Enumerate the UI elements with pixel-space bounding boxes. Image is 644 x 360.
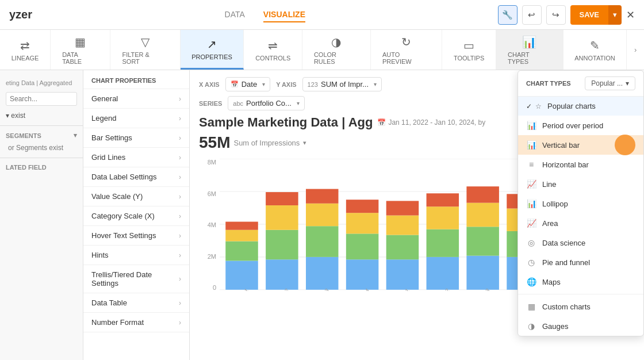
toolbar-chart-types[interactable]: 📊 CHART TYPES (496, 30, 564, 70)
auto-preview-icon: ↻ (401, 35, 411, 49)
y-axis-value: SUM of Impr... (321, 80, 369, 89)
data-table-icon: ▦ (75, 35, 86, 49)
metric-label[interactable]: Sum of Impressions (233, 139, 300, 147)
dropdown-item-vertical-bar[interactable]: 📊 Vertical bar (518, 135, 643, 155)
dropdown-item-gauges[interactable]: ◑ Gauges (518, 316, 643, 336)
dropdown-item-lollipop[interactable]: 📊 Lollipop (518, 194, 643, 213)
filter-sort-icon: ▽ (141, 35, 150, 49)
data-science-icon: ◎ (526, 238, 536, 247)
panel-item-hover-text[interactable]: Hover Text Settings › (83, 226, 189, 246)
svg-rect-13 (306, 257, 339, 290)
dropdown-item-popular-charts[interactable]: ✓ ☆ Popular charts (518, 97, 643, 116)
arrow-icon: › (179, 95, 181, 103)
top-actions: 🔧 ↩ ↪ SAVE ▾ ✕ (498, 5, 635, 25)
svg-rect-27 (427, 206, 459, 229)
dropdown-item-pie-funnel[interactable]: ◷ Pie and funnel (518, 252, 643, 272)
panel-item-trellis[interactable]: Trellis/Tiered Date Settings › (83, 265, 189, 293)
save-dropdown-button[interactable]: ▾ (608, 5, 622, 25)
dropdown-title: CHART TYPES (526, 80, 571, 87)
properties-panel: CHART PROPERTIES General › Legend › Bar … (83, 70, 190, 360)
panel-item-category-scale[interactable]: Category Scale (X) › (83, 206, 189, 226)
redo-button[interactable]: ↪ (546, 5, 566, 25)
toolbar-auto-preview[interactable]: ↻ AUTO PREVIEW (371, 30, 442, 70)
calculated-field-section: LATED FIELD (0, 162, 83, 173)
gauges-icon: ◑ (526, 321, 536, 331)
toolbar-auto-preview-label: AUTO PREVIEW (382, 51, 430, 65)
x-axis-select[interactable]: 📅 Date ▾ (225, 77, 270, 91)
dropdown-item-line[interactable]: 📈 Line (518, 174, 643, 194)
svg-rect-10 (266, 230, 298, 259)
toolbar-chart-types-label: CHART TYPES (508, 51, 551, 65)
undo-button[interactable]: ↩ (522, 5, 542, 25)
text-icon: abc (233, 100, 243, 107)
toolbar-annotation[interactable]: ✎ ANNOTATION (564, 30, 627, 70)
panel-item-data-table[interactable]: Data Table › (83, 293, 189, 313)
svg-rect-11 (266, 205, 298, 230)
toolbar-more-button[interactable]: › (627, 30, 644, 70)
toolbar-tooltips-label: TOOLTIPS (454, 55, 484, 62)
toolbar-filter-sort[interactable]: ▽ FILTER & SORT (110, 30, 180, 70)
panel-item-value-scale[interactable]: Value Scale (Y) › (83, 187, 189, 206)
highlight-indicator (615, 135, 635, 155)
app-title: yzer (9, 8, 32, 21)
svg-rect-5 (225, 261, 258, 289)
dropdown-item-area[interactable]: 📈 Area (518, 213, 643, 233)
arrow-icon: › (179, 114, 181, 122)
panel-item-hints[interactable]: Hints › (83, 246, 189, 265)
dropdown-item-custom-charts[interactable]: ▦ Custom charts (518, 297, 643, 316)
line-icon: 📈 (526, 179, 536, 189)
panel-item-bar-settings[interactable]: Bar Settings › (83, 128, 189, 148)
svg-rect-29 (466, 256, 499, 290)
toolbar-properties[interactable]: ↗ PROPERTIES (181, 30, 244, 70)
check-icon: ✓ (526, 102, 532, 110)
toolbar-annotation-label: ANNOTATION (574, 55, 615, 62)
svg-rect-22 (386, 235, 419, 260)
dropdown-item-data-science[interactable]: ◎ Data science (518, 233, 643, 252)
panel-item-general[interactable]: General › (83, 89, 189, 109)
toolbar-data-table[interactable]: ▦ DATA TABLE (51, 30, 110, 70)
toolbar-filter-sort-label: FILTER & SORT (122, 51, 168, 65)
y-axis-select[interactable]: 123 SUM of Impr... ▾ (302, 77, 382, 91)
toolbar-lineage[interactable]: ⇄ LINEAGE (0, 30, 51, 70)
dropdown-item-period-over-period[interactable]: 📊 Period over period (518, 116, 643, 135)
panel-item-legend[interactable]: Legend › (83, 109, 189, 128)
segments-note: or Segments exist (0, 141, 83, 154)
tooltips-icon: ▭ (463, 39, 474, 52)
series-label: SERIES (199, 100, 222, 107)
tab-visualize[interactable]: VISUALIZE (263, 7, 305, 22)
tool-icon-button[interactable]: 🔧 (498, 5, 518, 25)
toolbar-controls[interactable]: ⇌ CONTROLS (244, 30, 302, 70)
hbar-label: Horizontal bar (542, 160, 589, 169)
svg-rect-25 (427, 257, 459, 290)
dropdown-item-horizontal-bar[interactable]: ≡ Horizontal bar (518, 155, 643, 174)
tab-data[interactable]: DATA (225, 7, 245, 22)
numeric-icon: 123 (308, 81, 318, 88)
chart-types-dropdown: CHART TYPES Popular ... ▾ ✓ ☆ Popular ch… (518, 70, 644, 336)
area-label: Area (542, 219, 558, 228)
expand-collapse[interactable]: ▾ exist (0, 109, 83, 122)
arrow-icon: › (179, 154, 181, 162)
custom-icon: ▦ (526, 302, 536, 311)
svg-rect-32 (466, 186, 499, 202)
panel-item-number-format[interactable]: Number Format › (83, 313, 189, 332)
panel-item-grid-lines[interactable]: Grid Lines › (83, 148, 189, 167)
dropdown-item-maps[interactable]: 🌐 Maps (518, 272, 643, 292)
metric-caret[interactable]: ▾ (303, 139, 306, 147)
svg-rect-21 (386, 259, 419, 290)
vbar-label: Vertical bar (542, 141, 580, 150)
toolbar-color-rules[interactable]: ◑ COLOR RULES (302, 30, 371, 70)
save-button[interactable]: SAVE (570, 5, 608, 25)
gauges-label: Gauges (542, 322, 569, 331)
dropdown-filter-button[interactable]: Popular ... ▾ (585, 76, 635, 90)
pie-label: Pie and funnel (542, 258, 590, 267)
toolbar-tooltips[interactable]: ▭ TOOLTIPS (442, 30, 496, 70)
series-select[interactable]: abc Portfolio Co... ▾ (228, 96, 305, 110)
search-input[interactable] (6, 92, 77, 106)
properties-icon: ↗ (207, 37, 217, 51)
top-tabs: DATA VISUALIZE (225, 7, 305, 22)
close-button[interactable]: ✕ (626, 9, 635, 21)
metric-value: 55M (199, 133, 230, 152)
chart-area: X AXIS 📅 Date ▾ Y AXIS 123 SUM of Impr..… (190, 70, 644, 360)
panel-item-data-label-settings[interactable]: Data Label Settings › (83, 167, 189, 187)
controls-icon: ⇌ (268, 39, 278, 52)
